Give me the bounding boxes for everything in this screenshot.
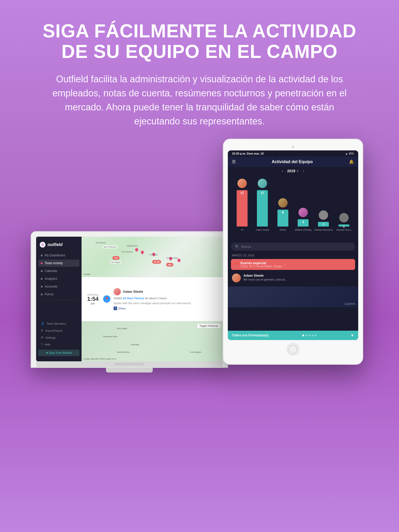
sidebar-item-accounts[interactable]: Accounts	[38, 283, 79, 290]
nav-dot	[41, 286, 43, 288]
sidebar-item-team-activity[interactable]: Team Activity	[38, 260, 79, 267]
sidebar-item-team-members[interactable]: 👤 Team Members	[38, 320, 79, 327]
tablet-status-bar: 10:25 p.m. Dom mar. 10 ▲ 85%	[228, 150, 358, 157]
bar-value-mchat: 8	[282, 211, 284, 214]
map-background: MONTANA NEBRASKA COLORADO KANSAS OKLAHOM…	[82, 237, 223, 277]
label: Settings	[45, 336, 56, 339]
user-avatar	[114, 288, 121, 295]
bar-avatar-michael-m	[319, 210, 328, 220]
location-pin-icon: 📍	[103, 295, 110, 303]
sidebar-item-import-export[interactable]: ⬆ Import/Export	[38, 327, 79, 334]
year-display: 2019 ▼	[287, 169, 299, 173]
label: Import/Export	[45, 329, 62, 332]
feed-item-text: Me reuní con el gerente y discuti...	[243, 278, 354, 281]
bar-avatar-adam	[258, 179, 267, 188]
search-placeholder-text: Buscar...	[241, 245, 254, 249]
icon-import: ⬆	[41, 329, 43, 332]
bar-label-michael-t: Michael Test 2	[336, 229, 351, 231]
laptop-body: outfield My Dashboard Team Activity	[31, 231, 228, 368]
next-year-arrow[interactable]: ›	[303, 169, 304, 173]
sidebar-item-help[interactable]: ? Help	[38, 341, 79, 348]
bar-william: 3 William O'Rosky	[293, 208, 313, 231]
laptop-base	[36, 361, 223, 367]
footer-arrow-icon[interactable]: ▼	[350, 333, 354, 337]
bar-value-adam: 17	[261, 191, 264, 195]
sidebar-item-forms[interactable]: Forms	[38, 291, 79, 298]
nav-label: Forms	[45, 292, 54, 296]
bar-avatar-michael-t	[339, 213, 349, 222]
bar-teal-michael-m: 2	[318, 222, 329, 227]
bar-label-adam: Adam Steele	[256, 229, 269, 231]
tablet-screen: 10:25 p.m. Dom mar. 10 ▲ 85% ☰ Actividad…	[228, 150, 358, 340]
nav-dot	[41, 270, 43, 272]
notification-bell-icon[interactable]: 🔔	[349, 159, 354, 164]
tablet-footer: Todos con Formulario(s) ▼	[228, 331, 358, 340]
battery-icon: 85%	[349, 152, 354, 155]
bar-value-william: 3	[302, 220, 304, 224]
bar-mchat: 8 Mchat	[273, 198, 293, 231]
nav-dot	[41, 255, 43, 256]
laptop-main-content: MONTANA NEBRASKA COLORADO KANSAS OKLAHOM…	[82, 237, 223, 361]
tablet-home-button[interactable]	[287, 343, 299, 356]
icon-help: ?	[41, 343, 42, 346]
nav-dot	[41, 278, 43, 280]
bar-label-michael-m: Michael McKenna	[314, 229, 333, 231]
bar-michael-t: 0 Michael Test 2	[334, 213, 354, 231]
tablet-header: ☰ Actividad del Equipo 🔔	[228, 157, 358, 167]
status-time: 10:25 p.m. Dom mar. 10	[232, 152, 264, 155]
bar-michael-m: 2 Michael McKenna	[313, 210, 334, 231]
share-label: Share	[118, 307, 126, 310]
hamburger-menu-icon[interactable]: ☰	[232, 159, 236, 164]
activity-time-value: 1:54	[86, 296, 100, 302]
activity-share[interactable]: f Share	[114, 307, 218, 310]
bar-column-wrapper-adam: 17	[257, 190, 268, 227]
sidebar-item-settings[interactable]: ⚙ Settings	[38, 334, 79, 341]
tablet-screen-title: Actividad del Equipo	[272, 159, 313, 164]
footer-dot	[312, 335, 314, 336]
outfield-logo-circle	[40, 242, 45, 248]
laptop-stand	[106, 368, 153, 373]
prev-year-arrow[interactable]: ‹	[282, 169, 283, 173]
nav-label: Analytics	[45, 277, 57, 281]
laptop-map-top: MONTANA NEBRASKA COLORADO KANSAS OKLAHOM…	[82, 237, 223, 277]
tablet-body: 10:25 p.m. Dom mar. 10 ▲ 85% ☰ Actividad…	[223, 139, 363, 365]
bar-column-wrapper-michael-m: 2	[318, 222, 329, 227]
bar-avatar-william	[298, 208, 308, 217]
year-navigation: ‹ 2019 ▼ ›	[228, 167, 358, 175]
search-bar[interactable]: 🔍 Buscar...	[231, 243, 355, 251]
bar-value-michael-t: 0	[343, 225, 345, 228]
event-title: Evento especial	[241, 261, 282, 265]
facebook-share-icon: f	[114, 307, 117, 310]
hero-title: SIGA FÁCILMENTE LA ACTIVIDAD DE SU EQUIP…	[31, 21, 368, 62]
bar-avatar-mchat	[278, 198, 288, 208]
status-icons: ▲ 85%	[345, 152, 354, 155]
nav-label: My Dashboard	[45, 254, 65, 257]
earn-free-months-button[interactable]: ★ Earn Free Months	[38, 350, 79, 356]
laptop-logo: outfield	[36, 240, 82, 252]
event-item[interactable]: 📍 Evento especial 6:30 a. 5tr 7r. 8m de …	[231, 259, 355, 270]
sidebar-item-analytics[interactable]: Analytics	[38, 275, 79, 282]
sidebar-item-dashboard[interactable]: My Dashboard	[38, 252, 79, 259]
sidebar-item-calendar[interactable]: Calendar	[38, 267, 79, 275]
activity-feed: 🔍 Buscar... MARZO 10, 2019 📍 Evento espe…	[228, 241, 358, 331]
logo-text: outfield	[48, 242, 63, 247]
nav-label: Calendar	[45, 269, 57, 273]
bar-coral: 17	[237, 190, 248, 227]
feed-user-avatar	[232, 274, 241, 282]
bar-chart: 17 Yo 17	[228, 175, 358, 241]
nav-label: Accounts	[45, 285, 57, 288]
activity-time: yesterday 1:54 pm	[86, 293, 100, 305]
activity-info: Adam Steele Visited 24 Hour Fitness for …	[114, 288, 218, 310]
toggle-heatmap-button[interactable]: Toggle Heatmap	[197, 323, 221, 328]
chart-bars-container: 17 Yo 17	[232, 175, 354, 237]
map2-background: Simi Valley Thousand Oaks Glendale Santa…	[82, 321, 223, 362]
footer-dot	[315, 335, 317, 336]
devices-container: outfield My Dashboard Team Activity	[31, 149, 368, 373]
bar-value-michael-m: 2	[323, 223, 324, 226]
feed-item-content: Adam Steele Me reuní con el gerente y di…	[243, 274, 354, 281]
year-dropdown-arrow[interactable]: ▼	[296, 170, 299, 172]
laptop-activity-row: yesterday 1:54 pm 📍 Adam Steele	[82, 277, 223, 321]
icon-settings: ⚙	[41, 336, 43, 339]
activity-period: pm	[86, 302, 100, 305]
page-wrapper: SIGA FÁCILMENTE LA ACTIVIDAD DE SU EQUIP…	[0, 0, 399, 532]
